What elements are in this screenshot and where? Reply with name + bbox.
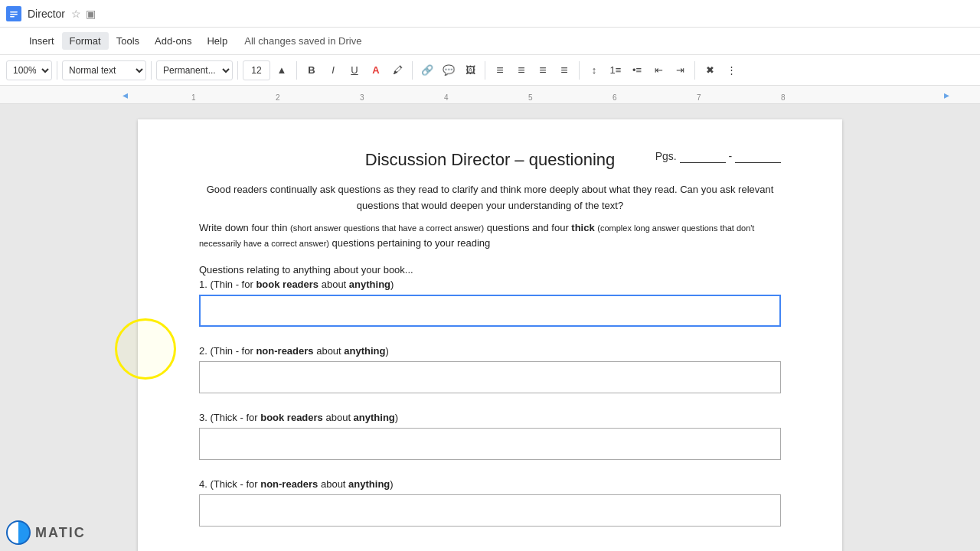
ruler: ◂ ▸ 1 2 3 4 5 6 7 8 xyxy=(0,86,980,104)
font-size-up[interactable]: ▲ xyxy=(272,60,292,80)
increase-indent-button[interactable]: ⇥ xyxy=(670,60,690,80)
more-options-button[interactable]: ⋮ xyxy=(721,60,741,80)
toolbar-divider-4 xyxy=(296,61,297,80)
watermark-icon xyxy=(6,520,31,545)
autosave-status: All changes saved in Drive xyxy=(244,35,361,47)
highlight-button[interactable]: 🖍 xyxy=(387,60,407,80)
star-icon[interactable]: ☆ xyxy=(71,8,81,20)
bold-button[interactable]: B xyxy=(302,60,322,80)
toolbar-divider-6 xyxy=(485,61,485,80)
clear-formatting-button[interactable]: ✖ xyxy=(700,60,720,80)
document-page: Discussion Director – questioning Pgs. -… xyxy=(138,119,842,551)
svg-rect-3 xyxy=(10,16,15,18)
pgs-dash: - xyxy=(728,150,732,162)
pgs-start[interactable] xyxy=(680,150,726,163)
align-right-button[interactable]: ≡ xyxy=(533,60,553,80)
document-area: Discussion Director – questioning Pgs. -… xyxy=(0,104,980,551)
toolbar-divider-5 xyxy=(412,61,413,80)
menu-insert[interactable]: Insert xyxy=(21,32,62,50)
menu-help[interactable]: Help xyxy=(199,32,235,50)
q4-label: 4. (Thick - for non-readers about anythi… xyxy=(199,478,781,490)
folder-icon[interactable]: ▣ xyxy=(86,8,96,20)
zoom-select[interactable]: 100% xyxy=(6,60,52,80)
align-left-button[interactable]: ≡ xyxy=(490,60,510,80)
svg-rect-2 xyxy=(10,14,18,15)
ruler-mark-5: 5 xyxy=(528,93,533,102)
thin-word: thin xyxy=(271,222,287,233)
title-bar: Director ☆ ▣ xyxy=(0,0,980,28)
ruler-mark-7: 7 xyxy=(697,93,701,102)
menu-tools[interactable]: Tools xyxy=(109,32,147,50)
q1-answer-box[interactable] xyxy=(199,295,781,327)
ruler-mark-3: 3 xyxy=(360,93,364,102)
instruction-text: Write down four thin (short answer quest… xyxy=(199,220,781,253)
toolbar-divider-2 xyxy=(151,61,152,80)
watermark-text: MATIC xyxy=(35,525,86,541)
q3-label: 3. (Thick - for book readers about anyth… xyxy=(199,412,781,423)
questions-header: Questions relating to anything about you… xyxy=(199,264,781,276)
pgs-end[interactable] xyxy=(735,150,781,163)
align-center-button[interactable]: ≡ xyxy=(511,60,531,80)
link-button[interactable]: 🔗 xyxy=(417,60,437,80)
comment-button[interactable]: 💬 xyxy=(439,60,459,80)
toolbar-divider-7 xyxy=(579,61,580,80)
ruler-mark-2: 2 xyxy=(276,93,280,102)
toolbar: 100% Normal text Permanent... ▲ B I U A … xyxy=(0,55,980,86)
app-icon xyxy=(6,6,21,21)
toolbar-divider-1 xyxy=(57,61,57,80)
decrease-indent-button[interactable]: ⇤ xyxy=(648,60,668,80)
style-select[interactable]: Normal text xyxy=(62,60,146,80)
highlight-circle xyxy=(115,318,176,380)
unordered-list-button[interactable]: •≡ xyxy=(627,60,647,80)
menu-bar: Insert Format Tools Add-ons Help All cha… xyxy=(0,28,980,55)
ordered-list-button[interactable]: 1≡ xyxy=(606,60,626,80)
q4-answer-box[interactable] xyxy=(199,494,781,527)
q2-answer-box[interactable] xyxy=(199,361,781,393)
menu-file[interactable] xyxy=(6,38,21,44)
ruler-marks: 1 2 3 4 5 6 7 8 xyxy=(122,86,980,103)
line-spacing-button[interactable]: ↕ xyxy=(584,60,604,80)
align-justify-button[interactable]: ≡ xyxy=(554,60,574,80)
q1-label: 1. (Thin - for book readers about anythi… xyxy=(199,279,781,290)
svg-rect-1 xyxy=(10,11,18,13)
toolbar-divider-8 xyxy=(694,61,695,80)
q3-answer-box[interactable] xyxy=(199,428,781,460)
image-button[interactable]: 🖼 xyxy=(460,60,480,80)
thin-description: (short answer questions that have a corr… xyxy=(290,223,484,233)
menu-format[interactable]: Format xyxy=(62,32,109,50)
font-size-input[interactable] xyxy=(243,60,270,80)
ruler-mark-1: 1 xyxy=(191,93,196,102)
italic-button[interactable]: I xyxy=(323,60,343,80)
ruler-mark-8: 8 xyxy=(781,93,786,102)
body-text: Good readers continually ask questions a… xyxy=(199,182,781,214)
ruler-mark-6: 6 xyxy=(612,93,617,102)
q2-label: 2. (Thin - for non-readers about anythin… xyxy=(199,345,781,357)
page-numbers: Pgs. - xyxy=(655,150,781,163)
pgs-label: Pgs. xyxy=(655,150,677,162)
font-select[interactable]: Permanent... xyxy=(156,60,233,80)
menu-addons[interactable]: Add-ons xyxy=(147,32,199,50)
watermark: MATIC xyxy=(6,520,86,545)
text-color-button[interactable]: A xyxy=(366,60,386,80)
toolbar-divider-3 xyxy=(237,61,238,80)
ruler-mark-4: 4 xyxy=(444,93,449,102)
app-title: Director xyxy=(28,8,65,20)
underline-button[interactable]: U xyxy=(345,60,364,80)
thick-word: thick xyxy=(571,222,594,233)
